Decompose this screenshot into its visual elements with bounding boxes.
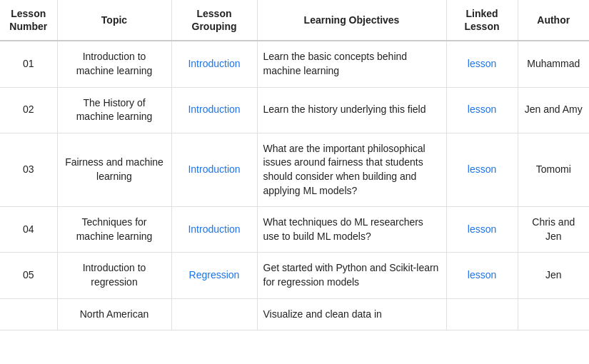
col-header-author: Author xyxy=(518,0,589,41)
topic-cell: Introduction to regression xyxy=(57,253,171,298)
linked-lesson-link[interactable]: lesson xyxy=(468,163,496,175)
grouping-link[interactable]: Introduction xyxy=(188,223,240,235)
grouping-cell xyxy=(171,298,257,330)
grouping-cell[interactable]: Introduction xyxy=(171,207,257,253)
table-row: 02The History of machine learningIntrodu… xyxy=(0,87,589,133)
objectives-cell: Get started with Python and Scikit-learn… xyxy=(257,253,446,298)
table-row: North AmericanVisualize and clean data i… xyxy=(0,298,589,330)
lesson-number-cell: 02 xyxy=(0,87,57,133)
objectives-cell: Visualize and clean data in xyxy=(257,298,446,330)
lesson-number-cell: 04 xyxy=(0,207,57,253)
objectives-cell: What techniques do ML researchers use to… xyxy=(257,207,446,253)
topic-cell: North American xyxy=(57,298,171,330)
col-header-linked-lesson: LinkedLesson xyxy=(446,0,518,41)
lessons-table: LessonNumber Topic LessonGrouping Learni… xyxy=(0,0,589,330)
objectives-cell: Learn the basic concepts behind machine … xyxy=(257,41,446,87)
author-cell: Jen and Amy xyxy=(518,87,589,133)
grouping-cell[interactable]: Introduction xyxy=(171,87,257,133)
grouping-link[interactable]: Introduction xyxy=(188,163,240,175)
lesson-number-cell: 05 xyxy=(0,253,57,298)
linked-lesson-cell[interactable]: lesson xyxy=(446,87,518,133)
lesson-number-cell xyxy=(0,298,57,330)
table-row: 04Techniques for machine learningIntrodu… xyxy=(0,207,589,253)
linked-lesson-link[interactable]: lesson xyxy=(468,223,496,235)
author-cell: Muhammad xyxy=(518,41,589,87)
author-cell: Jen xyxy=(518,253,589,298)
topic-cell: The History of machine learning xyxy=(57,87,171,133)
grouping-cell[interactable]: Introduction xyxy=(171,41,257,87)
col-header-learning-objectives: Learning Objectives xyxy=(257,0,446,41)
objectives-cell: Learn the history underlying this field xyxy=(257,87,446,133)
author-cell: Chris and Jen xyxy=(518,207,589,253)
linked-lesson-cell[interactable]: lesson xyxy=(446,253,518,298)
linked-lesson-cell[interactable]: lesson xyxy=(446,41,518,87)
grouping-cell[interactable]: Introduction xyxy=(171,133,257,206)
grouping-link[interactable]: Regression xyxy=(189,269,240,280)
table-header-row: LessonNumber Topic LessonGrouping Learni… xyxy=(0,0,589,41)
linked-lesson-link[interactable]: lesson xyxy=(468,269,496,280)
table-row: 03Fairness and machine learningIntroduct… xyxy=(0,133,589,206)
topic-cell: Introduction to machine learning xyxy=(57,41,171,87)
linked-lesson-cell[interactable]: lesson xyxy=(446,207,518,253)
grouping-link[interactable]: Introduction xyxy=(188,103,240,115)
grouping-link[interactable]: Introduction xyxy=(188,58,240,69)
linked-lesson-cell[interactable]: lesson xyxy=(446,133,518,206)
linked-lesson-cell xyxy=(446,298,518,330)
col-header-lesson-grouping: LessonGrouping xyxy=(171,0,257,41)
table-row: 05Introduction to regressionRegressionGe… xyxy=(0,253,589,298)
table-row: 01Introduction to machine learningIntrod… xyxy=(0,41,589,87)
grouping-cell[interactable]: Regression xyxy=(171,253,257,298)
col-header-lesson-number: LessonNumber xyxy=(0,0,57,41)
topic-cell: Techniques for machine learning xyxy=(57,207,171,253)
lesson-number-cell: 01 xyxy=(0,41,57,87)
lessons-table-wrapper: LessonNumber Topic LessonGrouping Learni… xyxy=(0,0,589,330)
objectives-cell: What are the important philosophical iss… xyxy=(257,133,446,206)
linked-lesson-link[interactable]: lesson xyxy=(468,103,496,115)
topic-cell: Fairness and machine learning xyxy=(57,133,171,206)
linked-lesson-link[interactable]: lesson xyxy=(468,58,496,69)
author-cell xyxy=(518,298,589,330)
author-cell: Tomomi xyxy=(518,133,589,206)
col-header-topic: Topic xyxy=(57,0,171,41)
lesson-number-cell: 03 xyxy=(0,133,57,206)
